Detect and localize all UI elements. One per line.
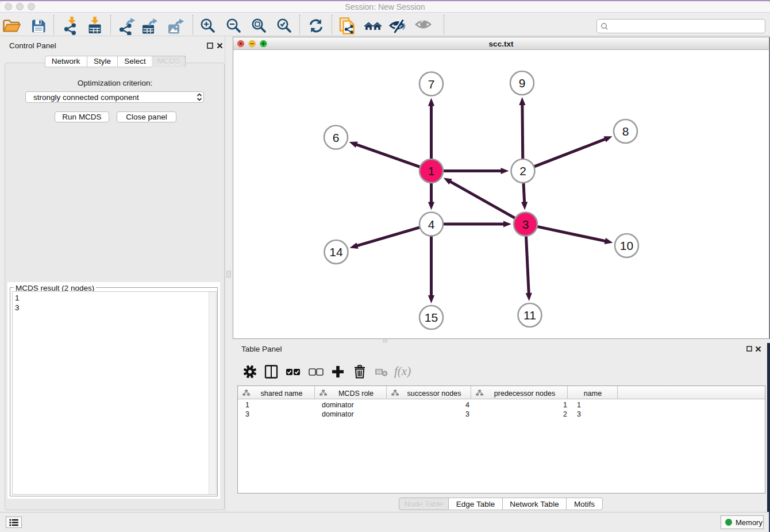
svg-text:14: 14: [329, 245, 343, 259]
svg-text:10: 10: [620, 239, 633, 252]
svg-text:4: 4: [428, 218, 435, 231]
svg-text:15: 15: [425, 311, 438, 324]
svg-text:11: 11: [523, 309, 536, 322]
svg-text:2: 2: [519, 164, 526, 178]
svg-text:8: 8: [622, 125, 629, 138]
svg-text:1: 1: [428, 164, 435, 178]
svg-text:7: 7: [428, 78, 435, 91]
svg-text:9: 9: [519, 76, 526, 90]
svg-text:6: 6: [333, 131, 340, 144]
svg-text:3: 3: [522, 218, 529, 231]
